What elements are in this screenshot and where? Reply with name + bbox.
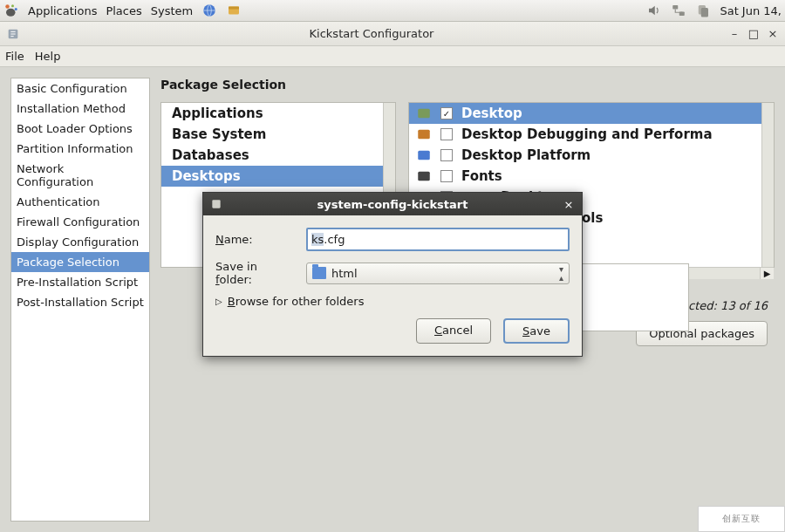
package-label: Desktop — [461, 106, 522, 121]
menu-file[interactable]: File — [5, 50, 24, 63]
dialog-close-button[interactable]: × — [561, 198, 577, 211]
menubar: File Help — [0, 46, 785, 67]
scrollbar-v[interactable] — [761, 103, 774, 267]
package-checkbox[interactable] — [440, 170, 453, 182]
dialog-title: system-config-kickstart — [224, 198, 561, 211]
package-row[interactable]: Fonts — [409, 166, 774, 187]
name-label: Name: — [215, 233, 296, 246]
package-icon — [416, 147, 432, 163]
svg-rect-19 — [212, 200, 220, 208]
filename-rest: .cfg — [324, 233, 345, 246]
svg-point-2 — [15, 8, 17, 10]
dialog-icon — [208, 196, 224, 212]
folder-value: html — [331, 267, 358, 280]
filename-selection: ks — [311, 233, 324, 246]
minimize-button[interactable]: – — [727, 27, 741, 41]
category-item[interactable]: Base System — [161, 124, 395, 145]
package-label: Desktop Platform — [461, 147, 590, 163]
panel-system[interactable]: System — [151, 4, 193, 17]
package-row[interactable]: Desktop Platform — [409, 145, 774, 166]
svg-rect-7 — [673, 5, 679, 10]
app-titlebar: Kickstart Configurator – □ × — [0, 22, 785, 46]
sidebar-item[interactable]: Installation Method — [11, 99, 149, 119]
sidebar-item[interactable]: Firewall Configuration — [11, 212, 149, 232]
folder-icon — [312, 267, 326, 279]
window-title: Kickstart Configurator — [21, 27, 722, 40]
app-icon — [5, 26, 21, 42]
folder-label: Save in folder: — [215, 260, 296, 286]
package-checkbox[interactable] — [440, 128, 453, 140]
clipboard-icon[interactable] — [695, 3, 711, 18]
menu-help[interactable]: Help — [35, 50, 61, 63]
browser-icon[interactable] — [201, 3, 217, 18]
panel-applications[interactable]: Applications — [28, 4, 97, 17]
svg-point-3 — [6, 9, 16, 17]
sidebar-item[interactable]: Authentication — [11, 192, 149, 212]
dialog-titlebar[interactable]: system-config-kickstart × — [203, 193, 582, 215]
package-checkbox[interactable] — [440, 107, 453, 119]
cancel-button[interactable]: Cancel — [416, 318, 491, 344]
sidebar-item[interactable]: Network Configuration — [11, 159, 149, 192]
filename-input[interactable]: ks.cfg — [306, 228, 570, 251]
sidebar: Basic ConfigurationInstallation MethodBo… — [10, 78, 150, 522]
maximize-button[interactable]: □ — [747, 27, 761, 41]
gnome-top-panel: Applications Places System Sat Jun 14, — [0, 0, 785, 22]
svg-rect-13 — [418, 130, 430, 140]
sidebar-item[interactable]: Boot Loader Options — [11, 119, 149, 139]
sidebar-item[interactable]: Basic Configuration — [11, 78, 149, 99]
package-label: Fonts — [461, 168, 502, 184]
package-icon — [416, 126, 432, 142]
browse-expander[interactable]: ▷ Browse for other folders — [215, 295, 570, 308]
sidebar-item[interactable]: Post-Installation Script — [11, 292, 149, 312]
svg-rect-10 — [701, 8, 708, 17]
folder-select[interactable]: html — [306, 263, 570, 284]
panel-places[interactable]: Places — [106, 4, 141, 17]
network-icon[interactable] — [671, 3, 686, 18]
watermark: 创新互联 — [698, 506, 785, 532]
package-checkbox[interactable] — [440, 149, 453, 161]
category-item[interactable]: Applications — [161, 103, 395, 124]
sidebar-item[interactable]: Package Selection — [11, 252, 149, 272]
page-title: Package Selection — [160, 78, 775, 92]
package-row[interactable]: Desktop — [409, 103, 774, 124]
close-button[interactable]: × — [766, 27, 780, 41]
svg-point-0 — [5, 4, 10, 9]
package-row[interactable]: Desktop Debugging and Performa — [409, 124, 774, 145]
gnome-foot-icon[interactable] — [3, 3, 19, 18]
svg-rect-12 — [418, 109, 430, 119]
panel-clock[interactable]: Sat Jun 14, — [720, 4, 782, 17]
category-item[interactable]: Desktops — [161, 166, 395, 187]
package-label: Desktop Debugging and Performa — [461, 126, 713, 142]
sidebar-item[interactable]: Partition Information — [11, 139, 149, 159]
notes-icon[interactable] — [226, 3, 242, 18]
sidebar-item[interactable]: Pre-Installation Script — [11, 272, 149, 292]
category-item[interactable]: Databases — [161, 145, 395, 166]
sidebar-item[interactable]: Display Configuration — [11, 232, 149, 252]
svg-rect-15 — [418, 172, 430, 181]
package-icon — [416, 106, 432, 121]
svg-rect-14 — [418, 151, 430, 160]
package-icon — [416, 168, 432, 184]
scroll-right-arrow[interactable]: ▶ — [760, 268, 774, 279]
save-button[interactable]: Save — [503, 318, 570, 344]
volume-icon[interactable] — [646, 3, 662, 18]
svg-point-1 — [11, 4, 14, 7]
svg-rect-6 — [229, 7, 239, 10]
save-dialog: system-config-kickstart × Name: ks.cfg S… — [202, 192, 583, 357]
triangle-right-icon: ▷ — [215, 297, 222, 306]
